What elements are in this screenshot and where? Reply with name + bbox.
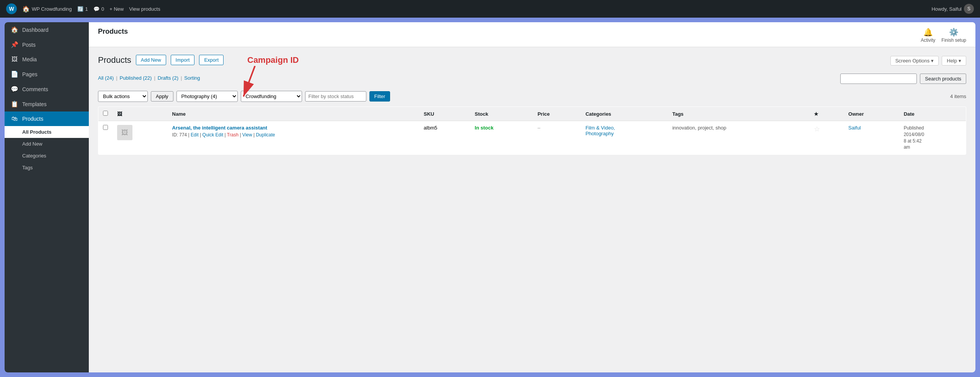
avatar[interactable]: S (964, 4, 974, 14)
main-wrapper: 🏠 Dashboard 📌 Posts 🖼 Media 📄 Pages 💬 Co… (5, 22, 975, 372)
products-table: 🖼 Name SKU Stock Price Categories Tags ★… (98, 107, 966, 155)
sidebar-item-dashboard[interactable]: 🏠 Dashboard (5, 22, 89, 37)
header-actions: 🔔 Activity ⚙️ Finish setup (921, 28, 966, 43)
view-link[interactable]: View (242, 132, 252, 138)
help-button[interactable]: Help ▾ (942, 56, 966, 66)
finish-setup-icon: ⚙️ (949, 28, 959, 37)
sidebar-item-templates[interactable]: 📋 Templates (5, 97, 89, 111)
campaign-label: Campaign ID (247, 55, 299, 65)
products-heading: Products (98, 55, 131, 65)
filter-all[interactable]: All (24) (98, 75, 114, 81)
owner-link[interactable]: Saiful (848, 125, 861, 131)
media-icon: 🖼 (11, 56, 18, 63)
updates-icon: 🔄 (77, 6, 83, 12)
th-image: 🖼 (113, 107, 168, 121)
edit-link[interactable]: Edit (191, 132, 199, 138)
row-date-cell: Published2014/08/08 at 5:42am (899, 121, 966, 155)
sidebar-item-media[interactable]: 🖼 Media (5, 52, 89, 67)
bulk-actions-select[interactable]: Bulk actions (98, 91, 148, 102)
updates-item[interactable]: 🔄 1 (77, 6, 88, 12)
search-products-button[interactable]: Search products (920, 74, 966, 84)
stock-status: In stock (475, 125, 493, 131)
row-name-cell: Arsenal, the intelligent camera assistan… (168, 121, 419, 155)
product-thumbnail: 🖼 (117, 125, 132, 140)
comments-sidebar-icon: 💬 (11, 85, 18, 93)
table-header-row: 🖼 Name SKU Stock Price Categories Tags ★… (98, 107, 966, 121)
th-stock: Stock (470, 107, 533, 121)
svg-line-1 (243, 66, 255, 97)
import-button[interactable]: Import (171, 55, 195, 65)
row-owner-cell: Saiful (844, 121, 899, 155)
tag-text: innovation, project, shop (672, 125, 726, 131)
th-price[interactable]: Price (533, 107, 581, 121)
campaign-arrow (240, 66, 286, 100)
posts-icon: 📌 (11, 41, 18, 48)
th-tags: Tags (668, 107, 809, 121)
filter-drafts[interactable]: Drafts (2) (158, 75, 178, 81)
items-count: 4 items (950, 93, 966, 99)
pages-icon: 📄 (11, 70, 18, 78)
screen-options-row: Screen Options ▾ Help ▾ (890, 56, 966, 66)
filter-sorting[interactable]: Sorting (184, 75, 200, 81)
star-icon[interactable]: ☆ (814, 125, 820, 133)
row-checkbox[interactable] (103, 125, 108, 130)
quick-edit-link[interactable]: Quick Edit (203, 132, 224, 138)
sidebar: 🏠 Dashboard 📌 Posts 🖼 Media 📄 Pages 💬 Co… (5, 22, 89, 372)
comments-item[interactable]: 💬 0 (93, 6, 104, 12)
new-item[interactable]: + New (109, 6, 124, 12)
sidebar-item-posts[interactable]: 📌 Posts (5, 37, 89, 52)
view-products[interactable]: View products (129, 6, 160, 12)
content-header: Products 🔔 Activity ⚙️ Finish setup (89, 22, 975, 47)
add-new-button[interactable]: Add New (136, 55, 166, 65)
stock-filter-input[interactable] (305, 91, 366, 102)
table-row: 🖼 Arsenal, the intelligent camera assist… (98, 121, 966, 155)
row-price-cell: – (533, 121, 581, 155)
sidebar-sub-item-all-products[interactable]: All Products (5, 126, 89, 138)
search-row: Search products (840, 74, 966, 84)
row-tags-cell: innovation, project, shop (668, 121, 809, 155)
trash-link[interactable]: Trash (227, 132, 238, 138)
category-select[interactable]: Photography (4) (176, 91, 238, 102)
sidebar-sub-item-categories[interactable]: Categories (5, 150, 89, 162)
export-button[interactable]: Export (199, 55, 224, 65)
search-input[interactable] (840, 74, 917, 84)
apply-button[interactable]: Apply (151, 91, 173, 102)
bulk-row: Bulk actions Apply Photography (4) Crowd… (98, 91, 966, 102)
activity-icon: 🔔 (923, 28, 933, 37)
sidebar-sub-item-add-new[interactable]: Add New (5, 138, 89, 150)
date-text: Published2014/08/08 at 5:42am (904, 125, 924, 150)
duplicate-link[interactable]: Duplicate (256, 132, 275, 138)
row-categories-cell: Film & Video,Photography (581, 121, 668, 155)
admin-bar-left: W 🏠 WP Crowdfunding 🔄 1 💬 0 + New View p… (6, 3, 925, 14)
th-date[interactable]: Date (899, 107, 966, 121)
dashboard-icon: 🏠 (11, 26, 18, 33)
sidebar-sub-products: All Products Add New Categories Tags (5, 126, 89, 174)
sidebar-item-products[interactable]: 🛍 Products (5, 111, 89, 126)
campaign-annotation: Campaign ID (236, 55, 299, 65)
th-star: ★ (809, 107, 844, 121)
filter-button[interactable]: Filter (369, 91, 390, 102)
th-name[interactable]: Name (168, 107, 419, 121)
products-heading-row: Products Add New Import Export Campaign … (98, 55, 299, 65)
category-links[interactable]: Film & Video,Photography (585, 125, 615, 136)
row-stock-cell: In stock (470, 121, 533, 155)
row-image-cell: 🖼 (113, 121, 168, 155)
comments-icon: 💬 (93, 6, 100, 12)
products-icon: 🛍 (11, 115, 18, 122)
activity-button[interactable]: 🔔 Activity (921, 28, 935, 43)
sidebar-item-comments[interactable]: 💬 Comments (5, 82, 89, 97)
select-all-checkbox[interactable] (103, 111, 108, 116)
filter-published[interactable]: Published (22) (120, 75, 152, 81)
finish-setup-button[interactable]: ⚙️ Finish setup (941, 28, 966, 43)
page-title: Products (98, 28, 128, 36)
sidebar-sub-item-tags[interactable]: Tags (5, 162, 89, 174)
product-name-link[interactable]: Arsenal, the intelligent camera assistan… (172, 125, 415, 131)
chevron-down-icon: ▾ (931, 58, 934, 64)
content-body: Products Add New Import Export Campaign … (89, 47, 975, 372)
screen-options-button[interactable]: Screen Options ▾ (890, 56, 939, 66)
row-sku-cell: albm5 (419, 121, 470, 155)
sidebar-item-pages[interactable]: 📄 Pages (5, 67, 89, 82)
site-name[interactable]: 🏠 WP Crowdfunding (22, 5, 72, 13)
wp-logo[interactable]: W (6, 3, 17, 14)
filter-links: All (24) | Published (22) | Drafts (2) |… (98, 75, 200, 81)
